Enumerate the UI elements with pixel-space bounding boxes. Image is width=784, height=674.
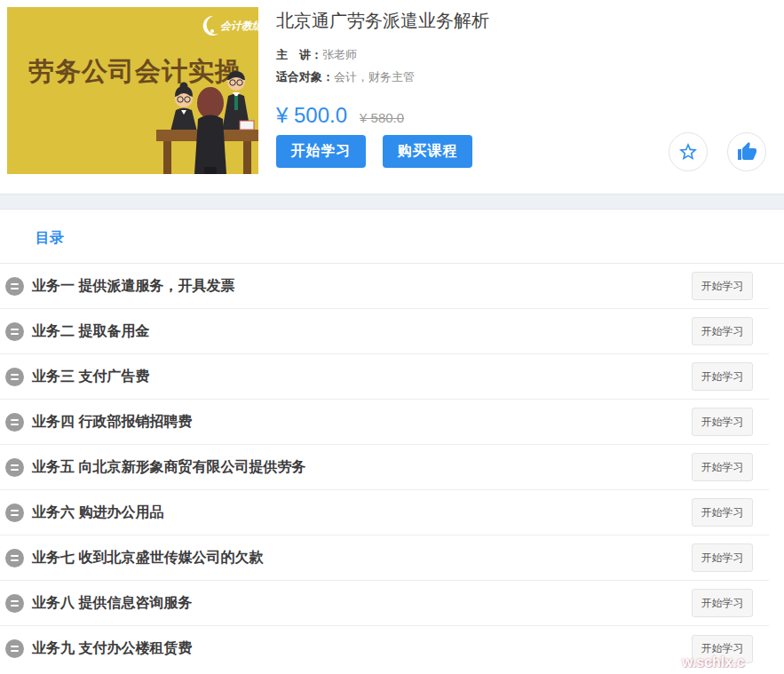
- like-button[interactable]: [727, 132, 766, 171]
- circle-minus-icon: [5, 639, 24, 658]
- row-start-learning-button[interactable]: 开始学习: [692, 589, 753, 617]
- row-start-learning-button[interactable]: 开始学习: [692, 453, 753, 481]
- catalog-row[interactable]: 业务八 提供信息咨询服务 开始学习: [0, 581, 769, 626]
- row-start-learning-button[interactable]: 开始学习: [692, 635, 753, 663]
- section-divider-band: [0, 194, 784, 210]
- instructor-label: 主 讲：: [276, 48, 322, 61]
- circle-minus-icon: [5, 322, 24, 341]
- row-start-learning-button[interactable]: 开始学习: [692, 272, 753, 300]
- original-price: ¥ 580.0: [360, 110, 404, 125]
- row-start-learning-button[interactable]: 开始学习: [692, 498, 753, 527]
- catalog-heading: 目录: [36, 229, 64, 248]
- lesson-title: 业务五 向北京新形象商贸有限公司提供劳务: [32, 458, 305, 477]
- start-learning-button[interactable]: 开始学习: [276, 135, 366, 168]
- circle-minus-icon: [5, 458, 24, 477]
- lesson-title: 业务四 行政部报销招聘费: [32, 413, 192, 432]
- svg-text:会计教练: 会计教练: [220, 20, 258, 32]
- instructor-line: 主 讲：张老师: [276, 47, 357, 63]
- audience-value: 会计，财务主管: [334, 70, 415, 83]
- catalog-row[interactable]: 业务一 提供派遣服务，开具发票 开始学习: [0, 264, 769, 309]
- lesson-title: 业务九 支付办公楼租赁费: [32, 639, 192, 658]
- circle-minus-icon: [5, 549, 24, 567]
- lesson-title: 业务二 提取备用金: [32, 322, 149, 341]
- circle-minus-icon: [5, 368, 24, 386]
- circle-minus-icon: [5, 277, 24, 296]
- row-start-learning-button[interactable]: 开始学习: [692, 362, 753, 391]
- circle-minus-icon: [5, 504, 24, 522]
- lesson-title: 业务八 提供信息咨询服务: [32, 594, 192, 613]
- catalog-row[interactable]: 业务五 向北京新形象商贸有限公司提供劳务 开始学习: [0, 445, 769, 490]
- course-thumbnail[interactable]: 会计教练 劳务公司会计实操: [7, 7, 258, 174]
- circle-minus-icon: [5, 413, 24, 432]
- course-title: 北京通广劳务派遣业务解析: [276, 9, 489, 33]
- thumbs-up-icon: [736, 141, 757, 163]
- audience-label: 适合对象：: [276, 70, 334, 83]
- catalog-row[interactable]: 业务七 收到北京盛世传媒公司的欠款 开始学习: [0, 535, 769, 581]
- lesson-title: 业务七 收到北京盛世传媒公司的欠款: [32, 549, 263, 567]
- catalog-row[interactable]: 业务二 提取备用金 开始学习: [0, 309, 769, 354]
- course-thumbnail-illustration: 会计教练 劳务公司会计实操: [7, 7, 258, 174]
- audience-line: 适合对象：会计，财务主管: [276, 69, 415, 85]
- row-start-learning-button[interactable]: 开始学习: [692, 543, 753, 572]
- favorite-button[interactable]: [669, 132, 708, 171]
- star-outline-icon: [677, 141, 699, 163]
- catalog-row[interactable]: 业务三 支付广告费 开始学习: [0, 354, 769, 400]
- row-start-learning-button[interactable]: 开始学习: [692, 317, 753, 345]
- circle-minus-icon: [5, 594, 24, 613]
- svg-text:劳务公司会计实操: 劳务公司会计实操: [28, 57, 242, 85]
- instructor-value: 张老师: [322, 48, 357, 61]
- current-price: ¥ 500.0: [276, 103, 347, 128]
- price-row: ¥ 500.0 ¥ 580.0: [276, 103, 404, 128]
- course-page: 会计教练 劳务公司会计实操: [0, 0, 784, 674]
- row-start-learning-button[interactable]: 开始学习: [692, 408, 753, 436]
- catalog-row[interactable]: 业务六 购进办公用品 开始学习: [0, 490, 769, 535]
- lesson-title: 业务六 购进办公用品: [32, 504, 163, 522]
- lesson-title: 业务一 提供派遣服务，开具发票: [32, 277, 234, 296]
- buy-course-button[interactable]: 购买课程: [383, 135, 472, 168]
- lesson-title: 业务三 支付广告费: [32, 368, 149, 386]
- catalog-row[interactable]: 业务九 支付办公楼租赁费 开始学习: [0, 626, 769, 671]
- catalog-row[interactable]: 业务四 行政部报销招聘费 开始学习: [0, 400, 769, 445]
- catalog-list: 业务一 提供派遣服务，开具发票 开始学习 业务二 提取备用金 开始学习 业务三 …: [0, 264, 784, 671]
